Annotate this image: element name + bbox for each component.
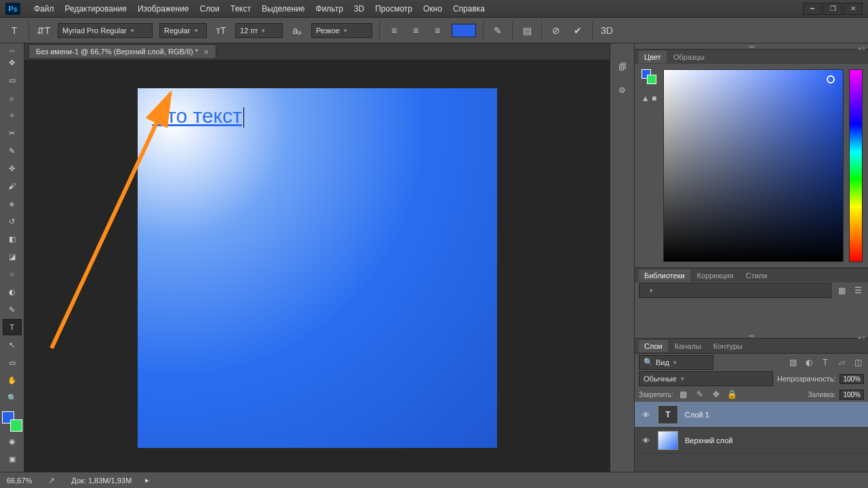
align-center-icon[interactable]: ≡ [408, 23, 423, 38]
menu-filter[interactable]: Фильтр [311, 1, 349, 16]
menu-image[interactable]: Изображение [132, 1, 195, 16]
menu-select[interactable]: Выделение [256, 1, 311, 16]
tab-adjustments[interactable]: Коррекция [692, 269, 739, 282]
commit-icon[interactable]: ✔ [570, 23, 585, 38]
3d-icon[interactable]: 3D [599, 23, 614, 38]
brush-tool[interactable]: 🖌 [3, 178, 22, 194]
zoom-popup-icon[interactable]: ↗ [45, 476, 58, 485]
warp-text-icon[interactable]: ✎ [490, 23, 505, 38]
align-left-icon[interactable]: ≡ [387, 23, 401, 38]
maximize-button[interactable]: ❐ [823, 3, 842, 15]
flyout-menu-icon[interactable]: ▸≡ [859, 334, 865, 341]
panel-grip[interactable]: ▸▸ [9, 48, 15, 53]
font-size-dropdown[interactable]: 12 пт [235, 23, 283, 38]
layer-name[interactable]: Слой 1 [685, 411, 709, 419]
canvas[interactable]: Это текст [138, 88, 497, 448]
move-tool[interactable]: ✥ [3, 54, 22, 71]
close-button[interactable]: ✕ [844, 3, 863, 15]
layer-filter-kind[interactable]: 🔍Вид [639, 355, 713, 370]
fg-bg-swatch[interactable] [642, 69, 656, 84]
menu-file[interactable]: Файл [28, 1, 60, 16]
canvas-viewport[interactable]: Это текст [24, 60, 610, 472]
history-panel-icon[interactable]: 🗐 [616, 62, 629, 72]
layer-item[interactable]: 👁 T Слой 1 [635, 402, 868, 428]
menu-view[interactable]: Просмотр [370, 1, 418, 16]
tab-swatches[interactable]: Образцы [668, 51, 710, 63]
menu-window[interactable]: Окно [418, 1, 448, 16]
menu-3d[interactable]: 3D [349, 1, 370, 16]
hue-slider[interactable] [849, 69, 863, 262]
quickmask-tool[interactable]: ◉ [3, 433, 22, 449]
marquee-tool[interactable]: ▭ [3, 72, 22, 88]
properties-panel-icon[interactable]: ⚙ [616, 86, 629, 95]
blend-mode-dropdown[interactable]: Обычные [639, 371, 773, 386]
align-right-icon[interactable]: ≡ [430, 23, 445, 38]
visibility-icon[interactable]: 👁 [640, 436, 651, 445]
crop-tool[interactable]: ✂ [3, 125, 22, 141]
filter-shape-icon[interactable]: ▱ [835, 358, 848, 367]
lock-pixels-icon[interactable]: ▦ [677, 390, 690, 399]
eyedropper-tool[interactable]: ✎ [3, 143, 22, 159]
filter-type-icon[interactable]: T [819, 358, 831, 367]
tool-preset-icon[interactable]: T [7, 23, 22, 38]
hand-tool[interactable]: ✋ [3, 372, 22, 388]
panel-grip[interactable]: ◂◂▸≡ [635, 333, 868, 338]
view-list-icon[interactable]: ☰ [852, 286, 864, 295]
menu-help[interactable]: Справка [448, 1, 490, 16]
filter-image-icon[interactable]: ▧ [787, 358, 799, 367]
document-tab[interactable]: Без имени-1 @ 66,7% (Верхний слой, RGB/8… [28, 44, 216, 59]
color-picker-field[interactable] [663, 69, 844, 262]
tab-libraries[interactable]: Библиотеки [639, 269, 690, 282]
view-grid-icon[interactable]: ▦ [835, 286, 848, 295]
layer-thumbnail[interactable] [658, 431, 678, 450]
tab-channels[interactable]: Каналы [669, 340, 707, 352]
dodge-tool[interactable]: ◐ [3, 284, 22, 300]
path-selection-tool[interactable]: ↖ [3, 337, 22, 353]
doc-size[interactable]: Док: 1,83M/1,93M [71, 476, 132, 485]
antialias-dropdown[interactable]: Резкое [311, 23, 372, 38]
tab-close-icon[interactable]: ✕ [203, 48, 209, 56]
canvas-text-layer[interactable]: Это текст [153, 105, 244, 128]
lasso-tool[interactable]: ⌕ [3, 90, 22, 106]
zoom-tool[interactable]: 🔍 [3, 390, 22, 406]
font-style-dropdown[interactable]: Regular [159, 23, 207, 38]
filter-adjustment-icon[interactable]: ◐ [803, 358, 815, 367]
tab-paths[interactable]: Контуры [708, 340, 748, 352]
visibility-icon[interactable]: 👁 [640, 411, 651, 419]
rectangle-tool[interactable]: ▭ [3, 354, 22, 371]
type-tool[interactable]: T [3, 319, 22, 335]
pen-tool[interactable]: ✎ [3, 301, 22, 318]
minimize-button[interactable]: ━ [803, 3, 822, 15]
layer-item[interactable]: 👁 Верхний слой [635, 428, 868, 453]
tab-styles[interactable]: Стили [741, 269, 773, 282]
blur-tool[interactable]: ○ [3, 266, 22, 282]
filter-smart-icon[interactable]: ◫ [852, 358, 864, 367]
tab-layers[interactable]: Слои [639, 340, 668, 352]
healing-tool[interactable]: ✜ [3, 160, 22, 176]
panel-grip[interactable]: ◂◂▸≡ [635, 43, 868, 49]
lock-all-icon[interactable]: 🔒 [726, 390, 738, 399]
text-color-button[interactable] [452, 24, 476, 37]
character-panel-icon[interactable]: ▤ [519, 23, 534, 38]
lock-brush-icon[interactable]: ✎ [694, 390, 706, 399]
history-brush-tool[interactable]: ↺ [3, 213, 22, 229]
gradient-tool[interactable]: ◪ [3, 248, 22, 265]
tab-color[interactable]: Цвет [639, 51, 667, 63]
lock-position-icon[interactable]: ✥ [710, 390, 722, 399]
font-family-dropdown[interactable]: Myriad Pro Regular [58, 23, 153, 38]
menu-layer[interactable]: Слои [195, 1, 225, 16]
layer-name[interactable]: Верхний слой [685, 436, 733, 445]
stamp-tool[interactable]: ⎈ [3, 195, 22, 212]
menu-text[interactable]: Текст [225, 1, 256, 16]
menu-edit[interactable]: Редактирование [60, 1, 132, 16]
zoom-level[interactable]: 66,67% [7, 476, 32, 485]
eraser-tool[interactable]: ◧ [3, 231, 22, 247]
flyout-menu-icon[interactable]: ▸≡ [859, 45, 865, 52]
cancel-icon[interactable]: ⊘ [549, 23, 564, 38]
text-orientation-icon[interactable]: ⇵T [36, 23, 51, 38]
status-more-icon[interactable]: ▸ [145, 476, 149, 485]
magic-wand-tool[interactable]: ✧ [3, 107, 22, 124]
screenmode-tool[interactable]: ▣ [3, 451, 22, 467]
fill-value[interactable]: 100% [840, 390, 864, 400]
color-swatches[interactable] [2, 411, 22, 432]
